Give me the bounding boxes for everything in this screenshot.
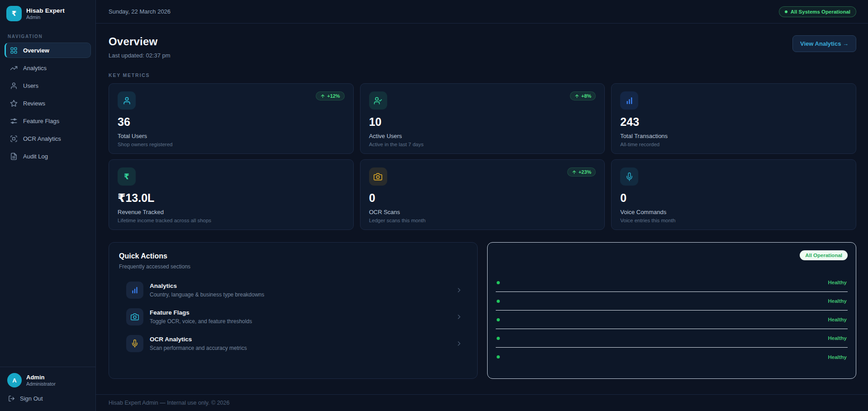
last-updated: Last updated: 02:37 pm (109, 52, 171, 59)
logout-icon (8, 395, 15, 402)
arrow-up-icon (320, 94, 325, 99)
sidebar-item-label: Feature Flags (23, 118, 59, 124)
trend-badge: +23% (567, 167, 596, 177)
metric-sublabel: Lifetime income tracked across all shops (118, 218, 345, 223)
key-metrics-label: KEY METRICS (109, 72, 856, 78)
metric-value: ₹13.0L (118, 191, 345, 205)
sign-out-label: Sign Out (20, 395, 43, 402)
metric-card-total-transactions: 243 Total Transactions All-time recorded (611, 83, 856, 154)
trend-badge: +12% (316, 91, 344, 100)
health-dot-icon (497, 355, 500, 358)
metric-label: Total Transactions (620, 133, 847, 139)
main-area: Sunday, 22 March 2026 All Systems Operat… (96, 0, 868, 411)
systems-status-badge: All Systems Operational (779, 6, 856, 17)
page-title: Overview (109, 35, 171, 48)
app-logo: ₹ Hisab Expert Admin (0, 0, 95, 27)
metric-label: Revenue Tracked (118, 209, 345, 215)
mic-icon (126, 335, 143, 352)
page-header: Overview Last updated: 02:37 pm View Ana… (109, 35, 856, 59)
status-row: Healthy (496, 348, 848, 366)
trending-up-icon (10, 64, 18, 72)
metric-label: Active Users (369, 133, 596, 139)
quick-actions-title: Quick Actions (119, 252, 467, 260)
trend-value: +12% (327, 93, 340, 99)
bottom-panels: Quick Actions Frequently accessed sectio… (109, 242, 856, 379)
sign-out-button[interactable]: Sign Out (7, 387, 88, 406)
status-value: Healthy (828, 335, 847, 341)
quick-action-ocr-analytics[interactable]: OCR Analytics Scan performance and accur… (119, 333, 467, 354)
star-icon (10, 100, 18, 107)
avatar: A (7, 373, 22, 387)
status-value: Healthy (828, 280, 847, 285)
app-title: Hisab Expert (26, 7, 65, 14)
user-role: Administrator (26, 381, 56, 387)
metric-value: 243 (620, 115, 847, 129)
sidebar-nav: Overview Analytics Users Reviews Feature… (0, 43, 95, 164)
quick-action-label: OCR Analytics (150, 336, 247, 343)
chevron-right-icon (455, 313, 463, 320)
metric-label: Total Users (118, 133, 345, 139)
quick-actions-panel: Quick Actions Frequently accessed sectio… (109, 242, 478, 379)
quick-action-analytics[interactable]: Analytics Country, language & business t… (119, 280, 467, 301)
sidebar-item-analytics[interactable]: Analytics (5, 60, 91, 76)
sidebar-item-label: OCR Analytics (23, 135, 61, 142)
camera-icon (369, 167, 387, 186)
sidebar-item-feature-flags[interactable]: Feature Flags (5, 113, 91, 129)
status-row: Healthy (496, 292, 848, 311)
quick-action-feature-flags[interactable]: Feature Flags Toggle OCR, voice, and fea… (119, 306, 467, 327)
camera-icon (126, 308, 143, 325)
sidebar-item-label: Audit Log (23, 153, 48, 160)
scan-icon (10, 135, 18, 143)
system-status-panel: All Operational Healthy Healthy Healthy … (487, 242, 856, 379)
quick-action-label: Feature Flags (150, 309, 252, 316)
status-row: Healthy (496, 311, 848, 329)
top-bar: Sunday, 22 March 2026 All Systems Operat… (96, 0, 868, 24)
status-row: Healthy (496, 273, 848, 292)
page-footer: Hisab Expert Admin — Internal use only. … (96, 394, 868, 411)
user-name: Admin (26, 374, 56, 381)
quick-action-description: Country, language & business type breakd… (150, 292, 264, 298)
sidebar-item-reviews[interactable]: Reviews (5, 96, 91, 111)
user-check-icon (369, 91, 387, 110)
sidebar-item-ocr-analytics[interactable]: OCR Analytics (5, 131, 91, 146)
metric-sublabel: Voice entries this month (620, 218, 847, 223)
health-dot-icon (497, 300, 500, 303)
metric-label: OCR Scans (369, 209, 596, 215)
metric-value: 0 (369, 191, 596, 205)
trend-value: +8% (581, 93, 591, 99)
sidebar-item-label: Overview (23, 47, 49, 54)
current-date: Sunday, 22 March 2026 (109, 8, 171, 15)
sidebar-item-overview[interactable]: Overview (5, 43, 91, 58)
metric-sublabel: Ledger scans this month (369, 218, 596, 223)
status-row: Healthy (496, 329, 848, 348)
rupee-logo-icon: ₹ (6, 6, 22, 21)
health-dot-icon (497, 337, 500, 340)
systems-status-label: All Systems Operational (791, 9, 850, 14)
grid-icon (10, 47, 18, 54)
metric-card-total-users: +12% 36 Total Users Shop owners register… (109, 83, 354, 154)
sliders-icon (10, 117, 18, 125)
sidebar-item-label: Users (23, 82, 38, 89)
metric-value: 0 (620, 191, 847, 205)
sidebar-footer: A Admin Administrator Sign Out (0, 367, 95, 411)
bar-chart-icon (620, 91, 638, 110)
arrow-up-icon (574, 94, 579, 99)
sidebar-item-audit-log[interactable]: Audit Log (5, 148, 91, 164)
system-status-list: Healthy Healthy Healthy Healthy Healthy (496, 273, 848, 366)
status-value: Healthy (828, 298, 847, 304)
quick-actions-subtitle: Frequently accessed sections (119, 263, 467, 270)
view-analytics-button[interactable]: View Analytics → (792, 35, 856, 52)
chevron-right-icon (455, 287, 463, 294)
sidebar-item-users[interactable]: Users (5, 78, 91, 93)
quick-action-description: Toggle OCR, voice, and feature threshold… (150, 318, 252, 325)
quick-actions-list: Analytics Country, language & business t… (119, 280, 467, 354)
quick-action-description: Scan performance and accuracy metrics (150, 345, 247, 351)
app-subtitle: Admin (26, 14, 65, 20)
status-value: Healthy (828, 354, 847, 360)
trend-value: +23% (579, 169, 591, 175)
user-icon (10, 82, 18, 90)
chevron-right-icon (455, 340, 463, 347)
sidebar-item-label: Reviews (23, 100, 45, 107)
metric-card-revenue-tracked: ₹ ₹13.0L Revenue Tracked Lifetime income… (109, 159, 354, 230)
metric-card-active-users: +8% 10 Active Users Active in the last 7… (360, 83, 605, 154)
